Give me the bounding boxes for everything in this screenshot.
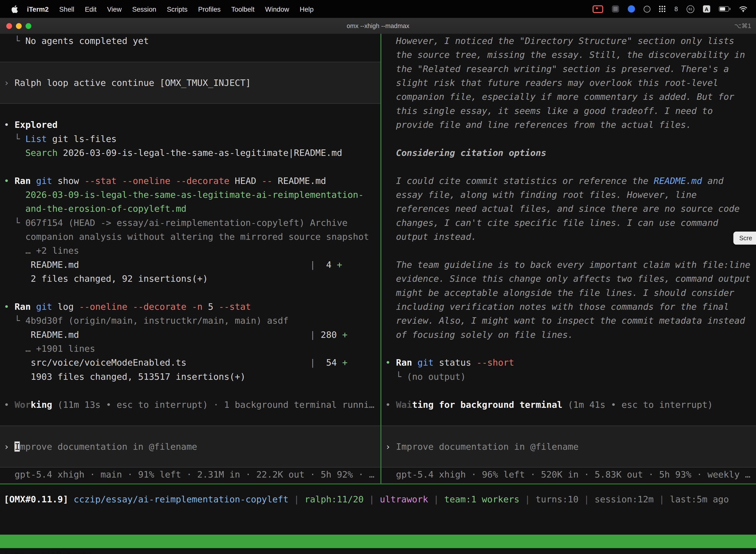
terminal-token: git — [418, 357, 434, 368]
terminal-line: companion analysis without altering the … — [4, 230, 380, 243]
terminal-token: 067f154 (HEAD -> essay/ai-reimplementati… — [25, 218, 348, 228]
menu-item-iterm2[interactable]: iTerm2 — [21, 5, 54, 13]
terminal-token: (no output) — [407, 372, 466, 382]
terminal-token: | — [428, 494, 444, 504]
terminal-token: src/voice/voiceModeEnabled.ts — [4, 357, 310, 368]
terminal-token: last:5m ago — [670, 494, 729, 504]
terminal-token: of focusing solely on file lines. — [385, 330, 573, 340]
terminal-token: HEAD — [230, 176, 262, 186]
terminal-line: However, I noticed the "Directory Struct… — [385, 34, 756, 48]
terminal-token: companion analysis without altering the … — [4, 232, 369, 242]
round-app-icon[interactable] — [644, 5, 650, 12]
terminal-token: 280 — [315, 330, 342, 340]
terminal-line: └ 067f154 (HEAD -> essay/ai-reimplementa… — [4, 216, 380, 230]
menu-item-view[interactable]: View — [102, 5, 127, 13]
terminal-token: › — [4, 78, 15, 88]
blank-line — [385, 341, 756, 355]
gauge-icon[interactable]: 61 — [687, 5, 694, 13]
terminal-token: Search — [25, 148, 58, 158]
terminal-token: I could cite commit statistics or refere… — [385, 176, 654, 186]
window-manager-icon[interactable] — [612, 5, 619, 12]
battery-icon[interactable] — [719, 6, 731, 11]
terminal-line: companion file, especially if more comme… — [385, 90, 756, 104]
wifi-icon[interactable] — [739, 6, 747, 12]
terminal-token: --short — [477, 357, 514, 368]
menu-item-shell[interactable]: Shell — [54, 5, 79, 13]
terminal-token: + — [342, 357, 348, 368]
input-source-icon[interactable]: A — [703, 5, 710, 12]
prompt-input-right[interactable]: › Improve documentation in @filename — [381, 426, 756, 467]
menu-item-profiles[interactable]: Profiles — [193, 5, 226, 13]
terminal-token: └ — [4, 218, 25, 228]
keyboard-layout-icon[interactable]: 8 — [674, 5, 678, 12]
apple-menu[interactable] — [8, 5, 21, 13]
terminal-token: slight risk that future readers may over… — [385, 78, 718, 88]
terminal-token: └ — [4, 36, 25, 46]
menu-item-window[interactable]: Window — [260, 5, 295, 13]
terminal-line: might be acceptable alongside the file l… — [385, 286, 756, 299]
model-status-line-left: gpt-5.4 xhigh · main · 91% left · 2.31M … — [4, 467, 380, 482]
window-title: omx --xhigh --madmax — [0, 22, 756, 29]
right-agent-pane[interactable]: However, I noticed the "Directory Struct… — [381, 34, 756, 484]
terminal-token: … +2 lines — [4, 245, 79, 256]
terminal-token: • — [385, 400, 396, 410]
terminal-token: log — [52, 301, 79, 312]
terminal-token: Wor — [15, 400, 31, 410]
screen-recording-icon[interactable] — [592, 5, 603, 13]
terminal-token: 2 files changed, 92 insertions(+) — [4, 274, 208, 284]
screen-edge-tooltip[interactable]: Scre — [734, 232, 756, 244]
terminal-token: README.md — [654, 176, 702, 186]
menu-item-toolbelt[interactable]: Toolbelt — [226, 5, 260, 13]
blank-line — [4, 48, 380, 62]
terminal-line: README.md | 280 + — [4, 328, 380, 341]
terminal-token: Wai — [396, 400, 412, 410]
blank-line — [385, 244, 756, 258]
menu-bar-status-icons: 8 61 A — [592, 5, 751, 13]
terminal-token: including verification notes with those … — [385, 301, 729, 312]
blank-line — [4, 160, 380, 173]
terminal-line: • Ran git log --oneline --decorate -n 5 … — [4, 299, 380, 314]
terminal-token: However, I noticed the "Directory Struct… — [385, 36, 734, 46]
terminal-token: | — [310, 260, 315, 270]
terminal-token: provide file and line references from th… — [385, 120, 691, 130]
terminal-line: README.md | 4 + — [4, 258, 380, 272]
terminal-line: provide file and line references from th… — [385, 118, 756, 131]
model-status-line-right: gpt-5.4 xhigh · 96% left · 520K in · 5.8… — [385, 467, 756, 482]
menu-item-session[interactable]: Session — [127, 5, 162, 13]
terminal-line: references need actual files, and since … — [385, 202, 756, 216]
terminal-line: The team guideline is to back every impo… — [385, 258, 756, 272]
terminal-token: README.md — [4, 330, 310, 340]
menu-bar: iTerm2ShellEditViewSessionScriptsProfile… — [0, 0, 756, 18]
terminal-token: --oneline --decorate -n — [79, 301, 203, 312]
terminal-token: changes, I can't cite specific file line… — [385, 218, 718, 228]
terminal-line: the source tree, missing the essay. Stil… — [385, 48, 756, 62]
terminal-window: └ No agents completed yet› Ralph loop ac… — [0, 34, 756, 554]
menu-item-scripts[interactable]: Scripts — [162, 5, 193, 13]
reasoning-heading: Considering citation options — [385, 146, 756, 160]
dots-grid-icon[interactable] — [659, 5, 666, 12]
terminal-token: README.md — [4, 260, 310, 270]
blue-app-icon[interactable] — [628, 5, 635, 12]
terminal-token: Considering citation options — [385, 148, 547, 158]
menu-item-help[interactable]: Help — [295, 5, 319, 13]
prompt-input-left[interactable]: › Improve documentation in @filename — [0, 426, 380, 467]
terminal-token: git ls-files — [47, 133, 117, 144]
terminal-token: evidence. Since this change only affects… — [385, 274, 750, 284]
tmux-status-bar: [omx-cczip0:bash* "MacBook-Pro-44.local"… — [0, 535, 756, 548]
terminal-line: of focusing solely on file lines. — [385, 328, 756, 341]
terminal-token: status — [434, 357, 477, 368]
terminal-line: changes, I can't cite specific file line… — [385, 216, 756, 230]
terminal-token: show — [52, 176, 84, 186]
terminal-line: • Ran git show --stat --oneline --decora… — [4, 174, 380, 188]
terminal-token: git — [36, 176, 52, 186]
terminal-token: mprove documentation in @filename — [20, 442, 197, 452]
blank-line — [385, 384, 756, 397]
menu-item-edit[interactable]: Edit — [80, 5, 102, 13]
prompt-line: › Ralph loop active continue [OMX_TMUX_I… — [4, 76, 251, 90]
terminal-line: and-the-erosion-of-copyleft.md — [4, 202, 380, 216]
left-agent-pane[interactable]: └ No agents completed yet› Ralph loop ac… — [0, 34, 380, 484]
terminal-token: README.md — [272, 176, 326, 186]
terminal-line: I could cite commit statistics or refere… — [385, 174, 756, 188]
terminal-line: └ No agents completed yet — [4, 34, 380, 48]
inject-banner[interactable]: › Ralph loop active continue [OMX_TMUX_I… — [0, 62, 380, 104]
